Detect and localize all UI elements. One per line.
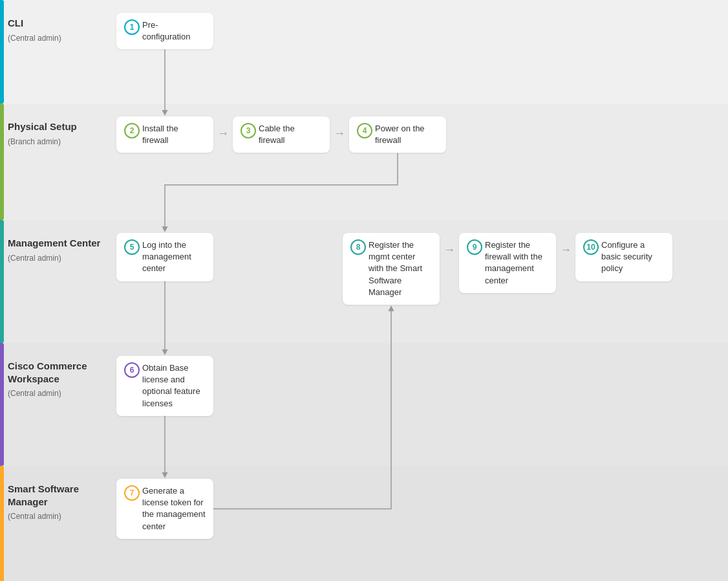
step-1-number: 1: [124, 19, 140, 35]
step-8-number: 8: [350, 239, 366, 255]
step-3-box: 3 Cable the firewall: [233, 116, 330, 153]
row-mgmt-steps: 5 Log into the management center 8 Regis…: [110, 220, 728, 343]
row-cli-label: CLI (Central admin): [0, 0, 110, 104]
step-6-box: 6 Obtain Base license and optional featu…: [116, 356, 213, 416]
physical-sub: (Branch admin): [8, 137, 105, 146]
step-8-text: Register the mgmt center with the Smart …: [369, 239, 432, 298]
row-ssm-label: Smart Software Manager (Central admin): [0, 466, 110, 581]
row-cisco: Cisco Commerce Workspace (Central admin)…: [0, 343, 728, 466]
step-3-text: Cable the firewall: [259, 123, 322, 146]
step-1-text: Pre-configuration: [142, 19, 206, 43]
row-mgmt: Management Center (Central admin) 5 Log …: [0, 220, 728, 343]
step-3-number: 3: [241, 123, 256, 138]
step-8-box: 8 Register the mgmt center with the Smar…: [343, 233, 440, 305]
arrow-9-10: →: [556, 243, 575, 257]
step-2-number: 2: [124, 123, 140, 138]
step-7-box: 7 Generate a license token for the manag…: [116, 479, 213, 539]
step-10-text: Configure a basic security policy: [601, 239, 665, 275]
step-6-text: Obtain Base license and optional feature…: [142, 362, 206, 410]
row-cisco-steps: 6 Obtain Base license and optional featu…: [110, 343, 728, 466]
step-7-number: 7: [124, 485, 140, 501]
row-cli-steps: 1 Pre-configuration: [110, 0, 728, 104]
mgmt-sub: (Central admin): [8, 254, 105, 263]
arrow-3-4: →: [330, 127, 349, 140]
row-physical-label: Physical Setup (Branch admin): [0, 104, 110, 220]
step-4-box: 4 Power on the firewall: [349, 116, 446, 153]
step-2-box: 2 Install the firewall: [116, 116, 213, 153]
step-9-number: 9: [467, 239, 482, 255]
step-9-text: Register the firewall with the managemen…: [485, 239, 548, 287]
row-physical-steps: 2 Install the firewall → 3 Cable the fir…: [110, 104, 728, 220]
step-4-number: 4: [357, 123, 372, 138]
cli-title: CLI: [8, 17, 105, 30]
mgmt-title: Management Center: [8, 237, 105, 250]
step-7-text: Generate a license token for the managem…: [142, 485, 206, 532]
cisco-title: Cisco Commerce Workspace: [8, 360, 105, 385]
step-5-box: 5 Log into the management center: [116, 233, 213, 281]
step-5-number: 5: [124, 239, 140, 255]
step-10-number: 10: [583, 239, 599, 255]
step-5-text: Log into the management center: [142, 239, 206, 275]
row-cli: CLI (Central admin) 1 Pre-configuration: [0, 0, 728, 104]
step-6-number: 6: [124, 362, 140, 378]
step-9-box: 9 Register the firewall with the managem…: [459, 233, 556, 293]
row-ssm: Smart Software Manager (Central admin) 7…: [0, 466, 728, 581]
row-mgmt-label: Management Center (Central admin): [0, 220, 110, 343]
step-1-box: 1 Pre-configuration: [116, 13, 213, 49]
cli-sub: (Central admin): [8, 34, 105, 43]
row-ssm-steps: 7 Generate a license token for the manag…: [110, 466, 728, 581]
row-physical: Physical Setup (Branch admin) 2 Install …: [0, 104, 728, 220]
arrow-2-3: →: [213, 127, 233, 140]
ssm-sub: (Central admin): [8, 512, 105, 521]
arrow-8-9: →: [440, 243, 459, 257]
step-4-text: Power on the firewall: [375, 123, 438, 146]
ssm-title: Smart Software Manager: [8, 483, 105, 508]
row-cisco-label: Cisco Commerce Workspace (Central admin): [0, 343, 110, 466]
step-2-text: Install the firewall: [142, 123, 206, 146]
cisco-sub: (Central admin): [8, 389, 105, 398]
step-10-box: 10 Configure a basic security policy: [575, 233, 672, 281]
physical-title: Physical Setup: [8, 120, 105, 133]
